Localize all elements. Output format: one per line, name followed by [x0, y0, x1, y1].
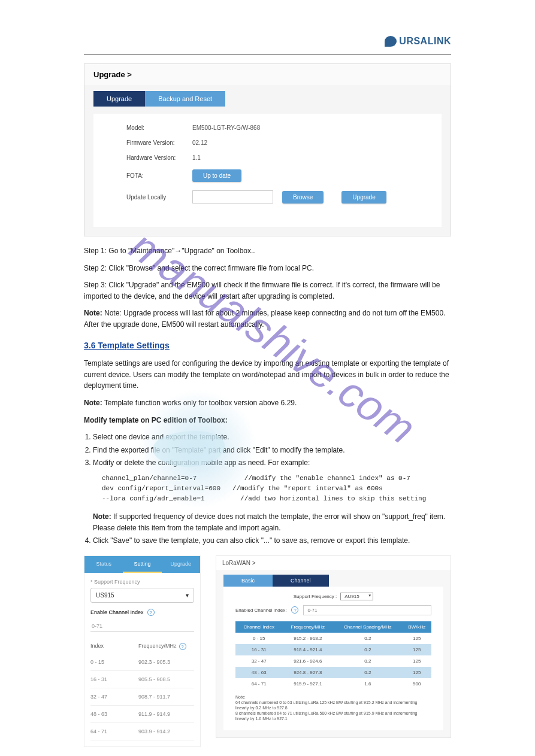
table-header-row: Channel Index Frequency/MHz Channel Spac… — [235, 621, 431, 633]
m-freq: 911.9 - 914.9 — [138, 711, 170, 717]
m-freq: 902.3 - 905.3 — [138, 659, 170, 665]
channel-panel: LoRaWAN > Basic Channel Support Frequenc… — [216, 555, 451, 738]
channel-title: LoRaWAN > — [216, 556, 451, 570]
th-ci: Channel Index — [235, 621, 282, 633]
td-fr: 921.6 - 924.6 — [282, 655, 333, 667]
btn-browse[interactable]: Browse — [282, 191, 324, 204]
input-file-path[interactable] — [192, 190, 273, 204]
c-sf-select[interactable]: AU915 — [340, 593, 373, 600]
label-hw: Hardware Version: — [126, 154, 192, 161]
td-sp: 0.2 — [333, 655, 402, 667]
help-icon[interactable]: ? — [291, 606, 298, 614]
btn-upgrade[interactable]: Upgrade — [341, 191, 386, 204]
li-1: Select one device and export the templat… — [93, 432, 451, 443]
label-model: Model: — [126, 125, 192, 131]
li-note-bold: Note: — [93, 512, 111, 521]
m-sf-label-text: Support Frequency — [94, 579, 140, 585]
brand-name: URSALINK — [399, 36, 451, 47]
m-table-head: Index Frequency/MHz ? — [90, 639, 194, 654]
li-note-body: If supported frequency of device does no… — [93, 512, 445, 532]
th-bw: BW/kHz — [402, 621, 431, 633]
upgrade-panel: Upgrade > Upgrade Backup and Reset Model… — [84, 63, 451, 236]
cmd3-comment: //add two horizontal lines to skip this … — [240, 495, 426, 502]
value-hw: 1.1 — [192, 154, 201, 161]
m-th-freq: Frequency/MHz — [138, 643, 177, 650]
step-3: Step 3: Click "Upgrade" and the EM500 wi… — [84, 280, 451, 302]
upgrade-note: Note: Note: Upgrade process will last fo… — [84, 308, 451, 330]
row-hw: Hardware Version: 1.1 — [126, 154, 424, 161]
c-tab-basic[interactable]: Basic — [223, 575, 273, 587]
step-1: Step 1: Go to "Maintenance"→"Upgrade" on… — [84, 245, 451, 257]
m-row: 48 - 63911.9 - 914.9 — [90, 706, 194, 723]
td-ci: 0 - 15 — [235, 633, 282, 644]
m-tab-upgrade[interactable]: Upgrade — [162, 556, 200, 573]
tab-backup-reset[interactable]: Backup and Reset — [145, 91, 225, 107]
c-note-1: 64 channels numbered 0 to 63 utilizing L… — [235, 700, 418, 710]
channel-table: Channel Index Frequency/MHz Channel Spac… — [235, 621, 431, 690]
mobile-tabs: Status Setting Upgrade — [84, 556, 200, 573]
m-idx: 16 - 31 — [90, 676, 138, 682]
c-eci-input[interactable]: 0-71 — [303, 605, 431, 615]
m-row: 64 - 71903.9 - 914.2 — [90, 723, 194, 740]
help-icon[interactable]: ? — [179, 643, 186, 650]
m-tab-setting[interactable]: Setting — [123, 556, 161, 573]
c-tab-channel[interactable]: Channel — [273, 575, 329, 587]
note-label: Note: — [84, 309, 102, 317]
mobile-body: * Support Frequency US915 ▾ Enable Chann… — [84, 573, 200, 746]
row-model: Model: EM500-LGT-RY-G/W-868 — [126, 125, 424, 131]
section-heading: 3.6 Template Settings — [84, 339, 451, 353]
upgrade-title: Upgrade > — [84, 64, 451, 85]
m-eci-label: Enable Channel Index — [90, 609, 144, 615]
mobile-panel: Status Setting Upgrade * Support Frequen… — [84, 555, 201, 747]
td-fr: 918.4 - 921.4 — [282, 644, 333, 655]
m-freq: 903.9 - 914.2 — [138, 728, 170, 734]
upgrade-note-body: Note: Upgrade process will last for abou… — [84, 309, 445, 329]
m-row: 16 - 31905.5 - 908.5 — [90, 671, 194, 688]
cmd3: lora config/adr_enable=1 — [110, 495, 204, 502]
modify-heading: Modify template on PC edition of Toolbox… — [84, 415, 451, 426]
m-th-index: Index — [90, 643, 138, 650]
brand-logo: URSALINK — [385, 36, 451, 47]
label-fota: FOTA: — [126, 172, 192, 179]
step-2: Step 2: Click "Browse" and select the co… — [84, 263, 451, 274]
cmd1: channel_plan/channel=0-7 — [102, 475, 197, 482]
td-ci: 48 - 63 — [235, 667, 282, 678]
li-2: Find the exported file on "Template" par… — [93, 445, 451, 456]
m-idx: 48 - 63 — [90, 711, 138, 717]
table-row: 0 - 15915.2 - 918.20.2125 — [235, 633, 431, 644]
m-eci-input[interactable]: 0-71 — [90, 621, 194, 632]
help-icon[interactable]: ? — [147, 609, 155, 616]
steps-list: Select one device and export the templat… — [93, 432, 451, 546]
li-3-text: Modify or delete the configuration mobil… — [93, 459, 310, 467]
m-idx: 32 - 47 — [90, 694, 138, 700]
template-intro: Template settings are used for configuri… — [84, 358, 451, 391]
li-4: Click "Save" to save the template, you c… — [93, 535, 451, 546]
modify-bold: Modify template on PC edition of Toolbox… — [84, 416, 228, 424]
tab-upgrade[interactable]: Upgrade — [93, 91, 145, 107]
td-bw: 125 — [402, 644, 431, 655]
cmd2: dev config/report_interval=600 — [102, 485, 220, 492]
value-model: EM500-LGT-RY-G/W-868 — [192, 125, 260, 131]
m-sf-label: * Support Frequency — [90, 579, 194, 585]
channel-note: Note: 64 channels numbered 0 to 63 utili… — [235, 694, 431, 721]
upgrade-tabs: Upgrade Backup and Reset — [84, 85, 451, 107]
row-update-local: Update Locally Browse Upgrade — [126, 190, 424, 204]
m-row: 32 - 47908.7 - 911.7 — [90, 688, 194, 706]
chevron-down-icon: ▾ — [186, 592, 189, 599]
td-ci: 32 - 47 — [235, 655, 282, 667]
cmd1-comment: //modify the "enable channel index" as 0… — [244, 475, 410, 482]
cmd3-prefix: -- — [102, 495, 110, 502]
template-note: Note: Template function works only for t… — [84, 397, 451, 409]
table-row: 64 - 71915.9 - 927.11.6500 — [235, 678, 431, 690]
m-tab-status[interactable]: Status — [84, 556, 123, 573]
m-eci-row: Enable Channel Index ? — [90, 609, 194, 616]
td-sp: 0.2 — [333, 633, 402, 644]
td-fr: 915.9 - 927.1 — [282, 678, 333, 690]
btn-up-to-date[interactable]: Up to date — [192, 169, 241, 182]
td-bw: 125 — [402, 667, 431, 678]
note-bold: Note: — [84, 399, 102, 407]
td-fr: 915.2 - 918.2 — [282, 633, 333, 644]
c-sf-row: Support Frequency : AU915 — [235, 593, 431, 600]
channel-body: Support Frequency : AU915 Enabled Channe… — [223, 587, 443, 730]
m-sf-select[interactable]: US915 ▾ — [90, 588, 194, 603]
